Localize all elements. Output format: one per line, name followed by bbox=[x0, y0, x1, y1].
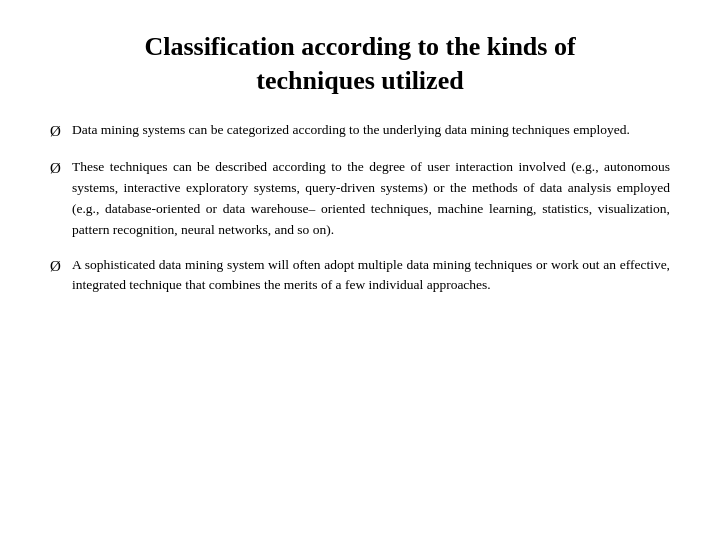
content-section: Ø Data mining systems can be categorized… bbox=[50, 120, 670, 297]
bullet-text-2: These techniques can be described accord… bbox=[72, 157, 670, 241]
slide-title: Classification according to the kinds of… bbox=[50, 30, 670, 98]
bullet-symbol-1: Ø bbox=[50, 120, 72, 143]
title-section: Classification according to the kinds of… bbox=[50, 30, 670, 98]
bullet-item-1: Ø Data mining systems can be categorized… bbox=[50, 120, 670, 143]
title-line1: Classification according to the kinds of bbox=[144, 32, 575, 61]
bullet-symbol-2: Ø bbox=[50, 157, 72, 180]
title-line2: techniques utilized bbox=[256, 66, 463, 95]
slide: Classification according to the kinds of… bbox=[0, 0, 720, 540]
bullet-item-2: Ø These techniques can be described acco… bbox=[50, 157, 670, 241]
bullet-text-1: Data mining systems can be categorized a… bbox=[72, 120, 670, 141]
bullet-text-3: A sophisticated data mining system will … bbox=[72, 255, 670, 297]
bullet-item-3: Ø A sophisticated data mining system wil… bbox=[50, 255, 670, 297]
bullet-symbol-3: Ø bbox=[50, 255, 72, 278]
